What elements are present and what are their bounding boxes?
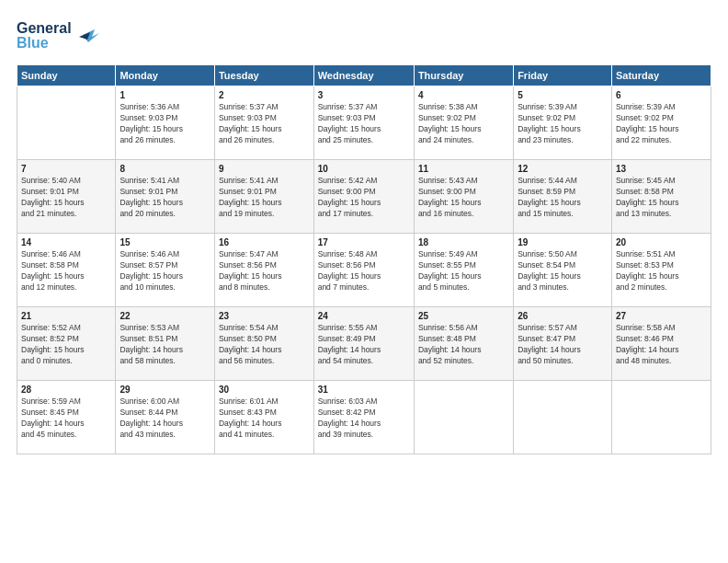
day-info: Sunrise: 5:46 AM Sunset: 8:58 PM Dayligh… (21, 249, 111, 293)
calendar-day-cell: 8Sunrise: 5:41 AM Sunset: 9:01 PM Daylig… (116, 160, 215, 234)
calendar-week-row: 1Sunrise: 5:36 AM Sunset: 9:03 PM Daylig… (17, 86, 711, 160)
calendar-day-cell: 21Sunrise: 5:52 AM Sunset: 8:52 PM Dayli… (17, 307, 116, 381)
day-info: Sunrise: 5:36 AM Sunset: 9:03 PM Dayligh… (119, 102, 210, 146)
day-info: Sunrise: 5:39 AM Sunset: 9:02 PM Dayligh… (616, 102, 707, 146)
calendar-day-cell: 2Sunrise: 5:37 AM Sunset: 9:03 PM Daylig… (214, 86, 313, 160)
day-info: Sunrise: 5:47 AM Sunset: 8:56 PM Dayligh… (219, 249, 310, 293)
calendar-week-row: 7Sunrise: 5:40 AM Sunset: 9:01 PM Daylig… (17, 160, 711, 234)
day-of-week-header: Sunday (17, 65, 116, 86)
day-info: Sunrise: 5:55 AM Sunset: 8:49 PM Dayligh… (318, 323, 410, 367)
day-info: Sunrise: 5:44 AM Sunset: 8:59 PM Dayligh… (518, 176, 608, 220)
day-number: 1 (119, 90, 210, 100)
day-number: 7 (21, 164, 111, 174)
day-number: 23 (219, 311, 310, 321)
calendar-day-cell: 29Sunrise: 6:00 AM Sunset: 8:44 PM Dayli… (116, 381, 215, 454)
day-number: 18 (418, 237, 509, 247)
day-info: Sunrise: 6:01 AM Sunset: 8:43 PM Dayligh… (219, 396, 310, 441)
day-number: 26 (518, 311, 608, 321)
day-number: 30 (219, 385, 310, 395)
calendar-day-cell: 19Sunrise: 5:50 AM Sunset: 8:54 PM Dayli… (514, 234, 612, 307)
calendar-day-cell: 9Sunrise: 5:41 AM Sunset: 9:01 PM Daylig… (214, 160, 313, 234)
logo-text: General Blue (17, 17, 99, 57)
calendar-day-cell: 11Sunrise: 5:43 AM Sunset: 9:00 PM Dayli… (414, 160, 513, 234)
day-of-week-header: Tuesday (214, 65, 313, 86)
day-number: 16 (219, 237, 310, 247)
day-info: Sunrise: 5:46 AM Sunset: 8:57 PM Dayligh… (119, 249, 210, 293)
day-info: Sunrise: 5:41 AM Sunset: 9:01 PM Dayligh… (219, 176, 310, 220)
day-number: 25 (418, 311, 509, 321)
day-number: 20 (616, 237, 707, 247)
logo: General Blue (17, 17, 99, 57)
calendar-day-cell: 26Sunrise: 5:57 AM Sunset: 8:47 PM Dayli… (514, 307, 612, 381)
day-number: 27 (616, 311, 707, 321)
day-number: 2 (219, 90, 310, 100)
calendar-day-cell: 20Sunrise: 5:51 AM Sunset: 8:53 PM Dayli… (611, 234, 711, 307)
calendar-day-cell: 14Sunrise: 5:46 AM Sunset: 8:58 PM Dayli… (17, 234, 116, 307)
calendar-day-cell: 13Sunrise: 5:45 AM Sunset: 8:58 PM Dayli… (611, 160, 711, 234)
day-info: Sunrise: 5:52 AM Sunset: 8:52 PM Dayligh… (21, 323, 111, 367)
day-number: 3 (318, 90, 410, 100)
calendar-day-cell: 23Sunrise: 5:54 AM Sunset: 8:50 PM Dayli… (214, 307, 313, 381)
day-number: 9 (219, 164, 310, 174)
calendar-day-cell (414, 381, 513, 454)
day-info: Sunrise: 5:57 AM Sunset: 8:47 PM Dayligh… (518, 323, 608, 367)
day-number: 28 (21, 385, 111, 395)
day-number: 4 (418, 90, 509, 100)
calendar-week-row: 14Sunrise: 5:46 AM Sunset: 8:58 PM Dayli… (17, 234, 711, 307)
day-of-week-header: Monday (116, 65, 215, 86)
day-number: 22 (119, 311, 210, 321)
calendar-day-cell: 4Sunrise: 5:38 AM Sunset: 9:02 PM Daylig… (414, 86, 513, 160)
day-of-week-header: Thursday (414, 65, 513, 86)
calendar-day-cell: 22Sunrise: 5:53 AM Sunset: 8:51 PM Dayli… (116, 307, 215, 381)
day-info: Sunrise: 6:03 AM Sunset: 8:42 PM Dayligh… (318, 396, 410, 441)
calendar-day-cell: 15Sunrise: 5:46 AM Sunset: 8:57 PM Dayli… (116, 234, 215, 307)
day-info: Sunrise: 5:41 AM Sunset: 9:01 PM Dayligh… (119, 176, 210, 220)
day-number: 11 (418, 164, 509, 174)
day-info: Sunrise: 5:43 AM Sunset: 9:00 PM Dayligh… (418, 176, 509, 220)
calendar-day-cell: 31Sunrise: 6:03 AM Sunset: 8:42 PM Dayli… (313, 381, 414, 454)
day-number: 15 (119, 237, 210, 247)
header: General Blue (17, 17, 711, 57)
day-info: Sunrise: 5:40 AM Sunset: 9:01 PM Dayligh… (21, 176, 111, 220)
calendar-day-cell: 16Sunrise: 5:47 AM Sunset: 8:56 PM Dayli… (214, 234, 313, 307)
calendar-day-cell: 5Sunrise: 5:39 AM Sunset: 9:02 PM Daylig… (514, 86, 612, 160)
calendar-day-cell: 3Sunrise: 5:37 AM Sunset: 9:03 PM Daylig… (313, 86, 414, 160)
calendar-day-cell (514, 381, 612, 454)
day-of-week-header: Saturday (611, 65, 711, 86)
day-info: Sunrise: 5:45 AM Sunset: 8:58 PM Dayligh… (616, 176, 707, 220)
calendar-container: General Blue SundayMondayTuesdayWednesda… (0, 0, 728, 563)
calendar-day-cell: 17Sunrise: 5:48 AM Sunset: 8:56 PM Dayli… (313, 234, 414, 307)
day-number: 6 (616, 90, 707, 100)
calendar-day-cell: 28Sunrise: 5:59 AM Sunset: 8:45 PM Dayli… (17, 381, 116, 454)
day-number: 12 (518, 164, 608, 174)
day-info: Sunrise: 6:00 AM Sunset: 8:44 PM Dayligh… (119, 396, 210, 441)
calendar-day-cell: 12Sunrise: 5:44 AM Sunset: 8:59 PM Dayli… (514, 160, 612, 234)
day-of-week-header: Friday (514, 65, 612, 86)
calendar-day-cell: 6Sunrise: 5:39 AM Sunset: 9:02 PM Daylig… (611, 86, 711, 160)
day-info: Sunrise: 5:42 AM Sunset: 9:00 PM Dayligh… (318, 176, 410, 220)
day-info: Sunrise: 5:48 AM Sunset: 8:56 PM Dayligh… (318, 249, 410, 293)
day-number: 31 (318, 385, 410, 395)
calendar-day-cell (611, 381, 711, 454)
day-number: 29 (119, 385, 210, 395)
day-info: Sunrise: 5:51 AM Sunset: 8:53 PM Dayligh… (616, 249, 707, 293)
day-info: Sunrise: 5:54 AM Sunset: 8:50 PM Dayligh… (219, 323, 310, 367)
day-info: Sunrise: 5:58 AM Sunset: 8:46 PM Dayligh… (616, 323, 707, 367)
day-number: 19 (518, 237, 608, 247)
calendar-day-cell: 7Sunrise: 5:40 AM Sunset: 9:01 PM Daylig… (17, 160, 116, 234)
day-info: Sunrise: 5:38 AM Sunset: 9:02 PM Dayligh… (418, 102, 509, 146)
day-info: Sunrise: 5:53 AM Sunset: 8:51 PM Dayligh… (119, 323, 210, 367)
calendar-day-cell: 30Sunrise: 6:01 AM Sunset: 8:43 PM Dayli… (214, 381, 313, 454)
calendar-day-cell: 27Sunrise: 5:58 AM Sunset: 8:46 PM Dayli… (611, 307, 711, 381)
calendar-day-cell: 24Sunrise: 5:55 AM Sunset: 8:49 PM Dayli… (313, 307, 414, 381)
day-number: 21 (21, 311, 111, 321)
day-info: Sunrise: 5:49 AM Sunset: 8:55 PM Dayligh… (418, 249, 509, 293)
day-number: 8 (119, 164, 210, 174)
day-info: Sunrise: 5:50 AM Sunset: 8:54 PM Dayligh… (518, 249, 608, 293)
day-number: 10 (318, 164, 410, 174)
day-info: Sunrise: 5:56 AM Sunset: 8:48 PM Dayligh… (418, 323, 509, 367)
svg-text:General: General (17, 20, 72, 36)
calendar-day-cell: 10Sunrise: 5:42 AM Sunset: 9:00 PM Dayli… (313, 160, 414, 234)
svg-text:Blue: Blue (17, 35, 49, 51)
day-of-week-header: Wednesday (313, 65, 414, 86)
